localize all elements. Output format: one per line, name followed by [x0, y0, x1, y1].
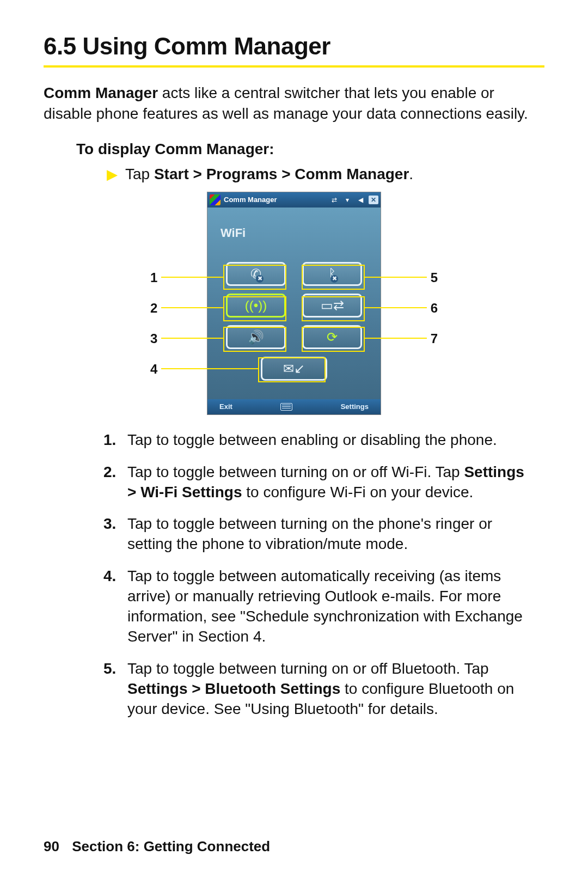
mail-icon: ✉↙ — [283, 362, 305, 375]
subheading: To display Comm Manager: — [76, 141, 544, 158]
keyboard-icon[interactable] — [280, 403, 292, 411]
step-prefix: Tap — [125, 166, 154, 182]
description-list: 1.Tap to toggle between enabling or disa… — [103, 430, 534, 719]
list-text: Tap to toggle between enabling or disabl… — [127, 431, 497, 448]
callout-2: 2 — [150, 301, 157, 316]
list-bold: Settings > Bluetooth Settings — [127, 680, 340, 697]
step-bold: Start > Programs > Comm Manager — [154, 166, 409, 182]
close-icon: ✕ — [369, 196, 378, 204]
mail-toggle-button[interactable]: ✉↙ — [261, 357, 327, 381]
list-text: Tap to toggle between turning on or off … — [127, 463, 464, 480]
callout-5: 5 — [431, 270, 438, 285]
list-text: to configure Wi-Fi on your device. — [242, 484, 474, 500]
bluetooth-icon: ᛒ — [328, 267, 336, 280]
list-item: 4.Tap to toggle between automatically re… — [103, 566, 534, 647]
sync-icon: ⇄ — [329, 196, 339, 204]
list-number: 2. — [103, 462, 116, 483]
intro-paragraph: Comm Manager acts like a central switche… — [44, 83, 544, 124]
refresh-icon: ⟳ — [327, 331, 338, 344]
section-heading: 6.5 Using Comm Manager — [44, 33, 544, 68]
list-number: 5. — [103, 659, 116, 679]
wifi-toggle-button[interactable]: ((•)) — [226, 294, 286, 318]
speaker-icon: ◀ — [356, 196, 365, 204]
page-footer: 90 Section 6: Getting Connected — [44, 838, 270, 855]
wifi-icon: ((•)) — [245, 299, 267, 312]
activesync-toggle-button[interactable]: ⟳ — [302, 325, 362, 349]
phone-icon: ✆ — [250, 267, 261, 280]
softkey-right[interactable]: Settings — [341, 402, 369, 411]
device-sync-icon: ▭⇄ — [321, 299, 344, 312]
list-item: 5.Tap to toggle between turning on or of… — [103, 659, 534, 719]
callout-6: 6 — [431, 301, 438, 316]
list-text: Tap to toggle between turning on or off … — [127, 660, 489, 677]
list-text: Tap to toggle between turning on the pho… — [127, 515, 492, 552]
titlebar: Comm Manager ⇄ ▾ ◀ ✕ — [207, 192, 381, 207]
phone-screenshot: Comm Manager ⇄ ▾ ◀ ✕ WiFi ✆ ᛒ ((•)) — [207, 192, 381, 415]
list-number: 3. — [103, 514, 116, 534]
phone-body: WiFi ✆ ᛒ ((•)) ▭⇄ 🔊 — [207, 207, 381, 399]
footer-section: Section 6: Getting Connected — [72, 838, 270, 854]
callout-3: 3 — [150, 331, 157, 346]
step-line: ▶ Tap Start > Programs > Comm Manager. — [107, 166, 544, 183]
windows-flag-icon — [210, 194, 220, 205]
list-item: 1.Tap to toggle between enabling or disa… — [103, 430, 534, 450]
figure-wrap: Comm Manager ⇄ ▾ ◀ ✕ WiFi ✆ ᛒ ((•)) — [120, 192, 468, 415]
callout-7: 7 — [431, 331, 438, 346]
phone-toggle-button[interactable]: ✆ — [226, 262, 286, 286]
signal-icon: ▾ — [342, 196, 352, 204]
callout-1: 1 — [150, 270, 157, 285]
ringer-toggle-button[interactable]: 🔊 — [226, 325, 286, 349]
softkey-bar: Exit Settings — [207, 399, 381, 414]
page-number: 90 — [44, 838, 59, 854]
intro-bold: Comm Manager — [44, 84, 158, 101]
volume-icon: 🔊 — [248, 331, 264, 344]
window-title: Comm Manager — [224, 196, 326, 204]
list-item: 2.Tap to toggle between turning on or of… — [103, 462, 534, 503]
data-toggle-button[interactable]: ▭⇄ — [302, 294, 362, 318]
callout-4: 4 — [150, 362, 157, 377]
list-text: Tap to toggle between automatically rece… — [127, 567, 523, 645]
list-number: 4. — [103, 566, 116, 587]
triangle-bullet-icon: ▶ — [107, 166, 118, 183]
list-number: 1. — [103, 430, 116, 450]
button-grid: ✆ ᛒ ((•)) ▭⇄ 🔊 ⟳ — [207, 262, 381, 381]
step-suffix: . — [409, 166, 413, 182]
softkey-left[interactable]: Exit — [219, 402, 232, 411]
list-item: 3.Tap to toggle between turning on the p… — [103, 514, 534, 554]
wifi-label: WiFi — [220, 226, 246, 240]
bluetooth-toggle-button[interactable]: ᛒ — [302, 262, 362, 286]
